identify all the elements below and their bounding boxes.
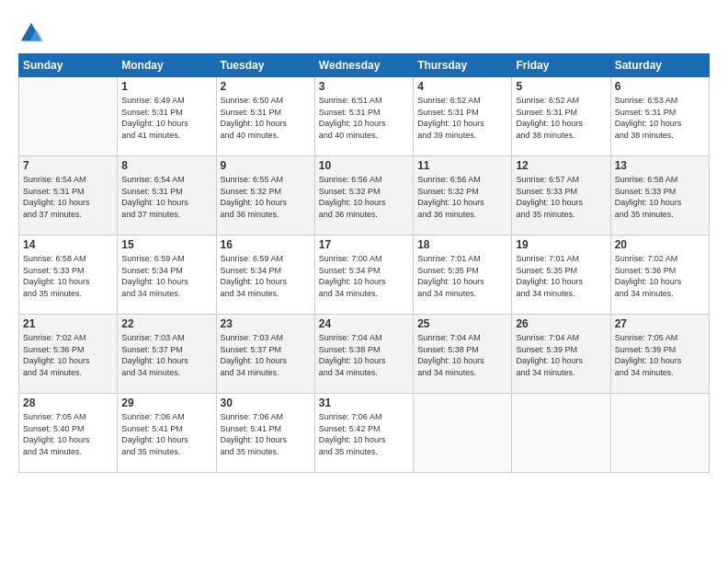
cell-content: Sunrise: 6:54 AM Sunset: 5:31 PM Dayligh… (23, 174, 113, 220)
page: SundayMondayTuesdayWednesdayThursdayFrid… (0, 0, 728, 563)
calendar-cell: 18Sunrise: 7:01 AM Sunset: 5:35 PM Dayli… (414, 236, 512, 315)
cell-content: Sunrise: 7:03 AM Sunset: 5:37 PM Dayligh… (121, 332, 211, 378)
cell-content: Sunrise: 6:56 AM Sunset: 5:32 PM Dayligh… (417, 174, 507, 220)
calendar-cell (610, 394, 709, 473)
calendar-cell: 24Sunrise: 7:04 AM Sunset: 5:38 PM Dayli… (314, 315, 413, 394)
calendar-cell: 12Sunrise: 6:57 AM Sunset: 5:33 PM Dayli… (512, 156, 610, 236)
cell-content: Sunrise: 7:04 AM Sunset: 5:39 PM Dayligh… (516, 332, 606, 378)
day-number: 3 (319, 80, 409, 93)
day-number: 1 (121, 80, 211, 93)
column-header-monday: Monday (118, 54, 216, 77)
calendar-cell (512, 394, 610, 473)
cell-content: Sunrise: 6:58 AM Sunset: 5:33 PM Dayligh… (615, 174, 705, 220)
cell-content: Sunrise: 7:01 AM Sunset: 5:35 PM Dayligh… (417, 253, 507, 299)
calendar-cell: 10Sunrise: 6:56 AM Sunset: 5:32 PM Dayli… (314, 156, 413, 236)
cell-content: Sunrise: 7:04 AM Sunset: 5:38 PM Dayligh… (417, 332, 507, 378)
week-row-2: 7Sunrise: 6:54 AM Sunset: 5:31 PM Daylig… (19, 156, 710, 236)
calendar-cell: 19Sunrise: 7:01 AM Sunset: 5:35 PM Dayli… (512, 236, 610, 315)
calendar-cell: 15Sunrise: 6:59 AM Sunset: 5:34 PM Dayli… (118, 236, 216, 315)
calendar-cell: 31Sunrise: 7:06 AM Sunset: 5:42 PM Dayli… (314, 394, 413, 473)
cell-content: Sunrise: 7:00 AM Sunset: 5:34 PM Dayligh… (319, 253, 409, 299)
calendar-cell: 14Sunrise: 6:58 AM Sunset: 5:33 PM Dayli… (19, 236, 118, 315)
calendar-cell: 17Sunrise: 7:00 AM Sunset: 5:34 PM Dayli… (314, 236, 413, 315)
column-header-tuesday: Tuesday (216, 54, 314, 77)
cell-content: Sunrise: 7:04 AM Sunset: 5:38 PM Dayligh… (319, 332, 409, 378)
logo (18, 20, 48, 46)
calendar-cell: 30Sunrise: 7:06 AM Sunset: 5:41 PM Dayli… (216, 394, 314, 473)
day-number: 5 (516, 80, 606, 93)
day-number: 15 (121, 238, 211, 251)
cell-content: Sunrise: 6:53 AM Sunset: 5:31 PM Dayligh… (615, 95, 705, 141)
calendar-table: SundayMondayTuesdayWednesdayThursdayFrid… (18, 53, 710, 473)
cell-content: Sunrise: 6:54 AM Sunset: 5:31 PM Dayligh… (121, 174, 211, 220)
calendar-cell: 26Sunrise: 7:04 AM Sunset: 5:39 PM Dayli… (512, 315, 610, 394)
calendar-cell: 29Sunrise: 7:06 AM Sunset: 5:41 PM Dayli… (118, 394, 216, 473)
day-number: 10 (319, 159, 409, 172)
day-number: 28 (23, 396, 113, 409)
day-number: 18 (417, 238, 507, 251)
calendar-cell (19, 77, 118, 156)
calendar-cell: 4Sunrise: 6:52 AM Sunset: 5:31 PM Daylig… (414, 77, 512, 156)
cell-content: Sunrise: 6:57 AM Sunset: 5:33 PM Dayligh… (516, 174, 606, 220)
day-number: 25 (417, 317, 507, 330)
day-number: 6 (615, 80, 705, 93)
calendar-cell: 8Sunrise: 6:54 AM Sunset: 5:31 PM Daylig… (118, 156, 216, 236)
day-number: 9 (221, 159, 311, 172)
calendar-cell: 3Sunrise: 6:51 AM Sunset: 5:31 PM Daylig… (314, 77, 413, 156)
cell-content: Sunrise: 6:50 AM Sunset: 5:31 PM Dayligh… (221, 95, 311, 141)
week-row-4: 21Sunrise: 7:02 AM Sunset: 5:36 PM Dayli… (19, 315, 710, 394)
day-number: 27 (615, 317, 705, 330)
week-row-5: 28Sunrise: 7:05 AM Sunset: 5:40 PM Dayli… (19, 394, 710, 473)
day-number: 21 (23, 317, 113, 330)
cell-content: Sunrise: 6:56 AM Sunset: 5:32 PM Dayligh… (319, 174, 409, 220)
day-number: 17 (319, 238, 409, 251)
calendar-cell: 20Sunrise: 7:02 AM Sunset: 5:36 PM Dayli… (610, 236, 709, 315)
day-number: 20 (615, 238, 705, 251)
day-number: 19 (516, 238, 606, 251)
column-header-thursday: Thursday (414, 54, 512, 77)
cell-content: Sunrise: 7:03 AM Sunset: 5:37 PM Dayligh… (221, 332, 311, 378)
cell-content: Sunrise: 7:01 AM Sunset: 5:35 PM Dayligh… (516, 253, 606, 299)
calendar-cell: 21Sunrise: 7:02 AM Sunset: 5:36 PM Dayli… (19, 315, 118, 394)
day-number: 30 (221, 396, 311, 409)
day-number: 22 (121, 317, 211, 330)
day-number: 23 (221, 317, 311, 330)
calendar-cell: 6Sunrise: 6:53 AM Sunset: 5:31 PM Daylig… (610, 77, 709, 156)
calendar-cell: 2Sunrise: 6:50 AM Sunset: 5:31 PM Daylig… (216, 77, 314, 156)
calendar-cell: 22Sunrise: 7:03 AM Sunset: 5:37 PM Dayli… (118, 315, 216, 394)
day-number: 31 (319, 396, 409, 409)
cell-content: Sunrise: 7:02 AM Sunset: 5:36 PM Dayligh… (615, 253, 705, 299)
day-number: 4 (417, 80, 507, 93)
week-row-3: 14Sunrise: 6:58 AM Sunset: 5:33 PM Dayli… (19, 236, 710, 315)
column-header-wednesday: Wednesday (314, 54, 413, 77)
day-number: 8 (121, 159, 211, 172)
calendar-cell: 7Sunrise: 6:54 AM Sunset: 5:31 PM Daylig… (19, 156, 118, 236)
cell-content: Sunrise: 6:59 AM Sunset: 5:34 PM Dayligh… (121, 253, 211, 299)
calendar-cell: 16Sunrise: 6:59 AM Sunset: 5:34 PM Dayli… (216, 236, 314, 315)
cell-content: Sunrise: 7:05 AM Sunset: 5:40 PM Dayligh… (23, 411, 113, 457)
cell-content: Sunrise: 6:51 AM Sunset: 5:31 PM Dayligh… (319, 95, 409, 141)
calendar-cell: 9Sunrise: 6:55 AM Sunset: 5:32 PM Daylig… (216, 156, 314, 236)
logo-icon (18, 20, 44, 46)
calendar-cell: 11Sunrise: 6:56 AM Sunset: 5:32 PM Dayli… (414, 156, 512, 236)
calendar-cell: 27Sunrise: 7:05 AM Sunset: 5:39 PM Dayli… (610, 315, 709, 394)
calendar-cell (414, 394, 512, 473)
header (18, 17, 710, 46)
week-row-1: 1Sunrise: 6:49 AM Sunset: 5:31 PM Daylig… (19, 77, 710, 156)
calendar-cell: 23Sunrise: 7:03 AM Sunset: 5:37 PM Dayli… (216, 315, 314, 394)
day-number: 2 (221, 80, 311, 93)
cell-content: Sunrise: 6:55 AM Sunset: 5:32 PM Dayligh… (221, 174, 311, 220)
day-number: 24 (319, 317, 409, 330)
header-row: SundayMondayTuesdayWednesdayThursdayFrid… (19, 54, 710, 77)
day-number: 7 (23, 159, 113, 172)
calendar-cell: 28Sunrise: 7:05 AM Sunset: 5:40 PM Dayli… (19, 394, 118, 473)
cell-content: Sunrise: 6:59 AM Sunset: 5:34 PM Dayligh… (221, 253, 311, 299)
cell-content: Sunrise: 6:52 AM Sunset: 5:31 PM Dayligh… (516, 95, 606, 141)
cell-content: Sunrise: 7:06 AM Sunset: 5:41 PM Dayligh… (121, 411, 211, 457)
cell-content: Sunrise: 7:02 AM Sunset: 5:36 PM Dayligh… (23, 332, 113, 378)
cell-content: Sunrise: 7:06 AM Sunset: 5:41 PM Dayligh… (221, 411, 311, 457)
cell-content: Sunrise: 6:52 AM Sunset: 5:31 PM Dayligh… (417, 95, 507, 141)
cell-content: Sunrise: 7:05 AM Sunset: 5:39 PM Dayligh… (615, 332, 705, 378)
calendar-cell: 1Sunrise: 6:49 AM Sunset: 5:31 PM Daylig… (118, 77, 216, 156)
cell-content: Sunrise: 6:58 AM Sunset: 5:33 PM Dayligh… (23, 253, 113, 299)
